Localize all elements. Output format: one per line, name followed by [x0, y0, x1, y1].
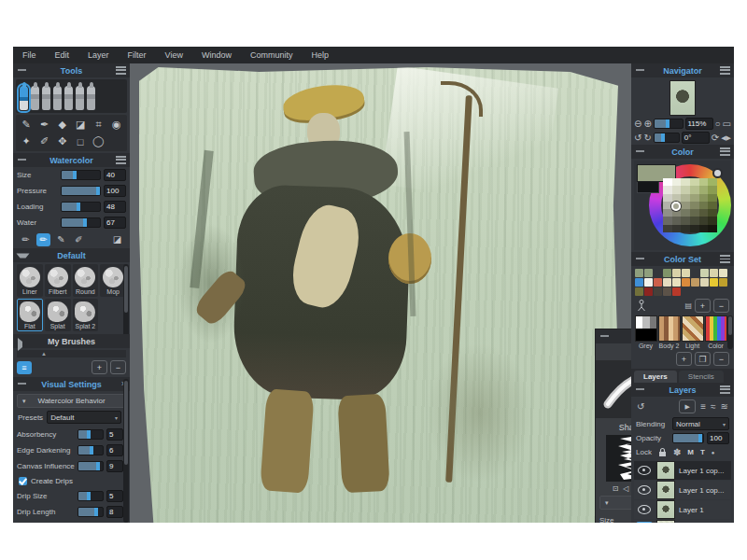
lock-paint-icon[interactable]: ✽ [673, 448, 681, 457]
crop-tool-icon[interactable]: ⌗ [90, 117, 106, 133]
fit-screen-icon[interactable]: ▭ [723, 119, 731, 129]
brush-tool-5[interactable] [64, 86, 73, 110]
color-swatch[interactable] [699, 217, 709, 224]
layer-opacity-slider[interactable] [672, 433, 704, 443]
visibility-toggle[interactable] [636, 522, 653, 523]
layer-opacity-value[interactable]: 100 [707, 432, 729, 444]
color-swatch[interactable] [690, 217, 699, 224]
presets-dropdown[interactable]: Default ▾ [47, 411, 121, 424]
fast-dry-icon[interactable]: ≡ [700, 402, 706, 412]
visibility-toggle[interactable] [636, 463, 653, 478]
reset-rotation-icon[interactable]: ⟳ [712, 133, 719, 143]
visibility-toggle[interactable] [636, 483, 653, 497]
color-swatch[interactable] [654, 287, 662, 296]
color-swatch[interactable] [681, 194, 690, 202]
watercolor-behavior-section[interactable]: ▾ Watercolor Behavior [17, 394, 126, 408]
paint-dry-mode-icon[interactable]: ✎ [54, 233, 68, 246]
swatch-row[interactable] [635, 287, 730, 296]
brush-filbert[interactable]: Filbert [45, 264, 71, 297]
size-value[interactable]: 40 [104, 169, 126, 181]
add-brush-button[interactable]: + [92, 360, 107, 374]
my-brushes-header[interactable]: My Brushes [13, 334, 130, 348]
dry-layer-icon[interactable]: ≈ [711, 402, 716, 412]
brush-splat[interactable]: Splat [45, 299, 71, 331]
remove-color-button[interactable]: − [713, 299, 729, 313]
color-swatch[interactable] [690, 209, 699, 217]
collapsed-caret-icon[interactable] [18, 338, 28, 351]
zoom-out-icon[interactable]: ⊖ [634, 119, 641, 129]
color-swatch[interactable] [644, 269, 653, 277]
menu-layer[interactable]: Layer [78, 50, 119, 60]
palette-body-2[interactable]: Body 2 [658, 315, 680, 349]
loading-slider[interactable] [61, 202, 101, 212]
palette-grey[interactable]: Grey [635, 315, 656, 349]
color-swatch[interactable] [708, 225, 717, 232]
add-palette-button[interactable]: + [676, 352, 692, 366]
brush-tool-7[interactable] [87, 86, 95, 110]
brush-splat-2[interactable]: Splat 2 [73, 299, 99, 331]
collapse-icon[interactable] [636, 69, 644, 71]
water-slider[interactable] [61, 217, 101, 228]
canvas-influence-slider[interactable] [78, 461, 104, 471]
remove-palette-button[interactable]: − [713, 352, 729, 366]
color-swatch[interactable] [663, 194, 672, 202]
collapse-icon[interactable] [600, 335, 609, 337]
color-swatch[interactable] [708, 178, 717, 186]
drip-length-value[interactable]: 8 [106, 506, 123, 518]
remove-brush-button[interactable]: − [110, 360, 126, 374]
brush-round[interactable]: Round [73, 264, 99, 297]
layer-row-3[interactable]: Layer 1 [634, 500, 731, 519]
paint-water-mode-icon[interactable]: ✏ [36, 233, 50, 246]
color-tree-icon[interactable] [636, 300, 647, 313]
magnifier-icon[interactable]: ○ [715, 119, 721, 129]
drip-size-value[interactable]: 5 [106, 490, 123, 502]
swatch-row[interactable] [635, 269, 730, 277]
color-swatch[interactable] [708, 209, 717, 217]
pencil-tool-icon[interactable]: ✎ [18, 117, 35, 133]
color-swatch[interactable] [690, 202, 699, 209]
eraser-tool-icon[interactable]: ◪ [72, 117, 89, 133]
section-caret-icon[interactable]: ▾ [605, 499, 609, 507]
blending-dropdown[interactable]: Normal ▾ [672, 417, 729, 430]
brush-tool-4[interactable] [53, 86, 62, 110]
color-swatch[interactable] [699, 178, 709, 186]
scroll-up-strip[interactable]: ▲ [17, 350, 126, 357]
absorbency-value[interactable]: 5 [106, 428, 123, 441]
color-swatch[interactable] [682, 269, 690, 277]
paint-mode-icon[interactable]: ✏ [19, 233, 33, 246]
visibility-toggle[interactable] [636, 502, 653, 517]
menu-community[interactable]: Community [241, 50, 303, 60]
rotate-cw-icon[interactable]: ↻ [643, 133, 651, 143]
lock-mask-icon[interactable]: M [687, 448, 694, 456]
list-view-button[interactable]: ≡ [17, 361, 32, 374]
absorbency-slider[interactable] [78, 429, 104, 440]
color-swatch[interactable] [699, 202, 709, 209]
size-slider[interactable] [61, 170, 101, 180]
color-swatch[interactable] [663, 186, 672, 193]
rotation-value[interactable]: 0° [682, 132, 710, 144]
erase-mode-icon[interactable]: ◪ [110, 233, 124, 246]
brush-flat[interactable]: Flat [17, 299, 43, 331]
color-swatch[interactable] [644, 287, 653, 296]
pressure-section[interactable]: ▾ Pressure [599, 496, 631, 510]
blend-mode-icon[interactable]: ✐ [72, 233, 86, 246]
water-value[interactable]: 67 [104, 217, 126, 229]
collapse-icon[interactable] [636, 150, 644, 152]
pressure-value[interactable]: 100 [104, 185, 126, 197]
color-swatch[interactable] [663, 209, 672, 217]
brush-tool-2[interactable] [31, 86, 39, 110]
stamp-tool-icon[interactable]: ✦ [18, 133, 35, 149]
panel-menu-icon[interactable] [116, 156, 126, 164]
color-swatch[interactable] [708, 194, 717, 202]
color-swatch[interactable] [699, 225, 709, 232]
duplicate-palette-button[interactable]: ❐ [695, 352, 711, 366]
shape-save-icon[interactable]: ⊡ [613, 484, 619, 493]
clone-tool-icon[interactable]: ◉ [108, 117, 125, 133]
canvas-influence-value[interactable]: 9 [106, 460, 123, 472]
layer-row-1[interactable]: Layer 1 cop... [634, 461, 731, 480]
play-icon[interactable]: ▶ [679, 399, 696, 413]
menu-filter[interactable]: Filter [119, 50, 156, 60]
canvas-area[interactable]: Tilt Brush Creator Flat Shape [130, 63, 631, 523]
palette-scrollbar[interactable] [727, 315, 733, 349]
color-swatch[interactable] [672, 194, 682, 202]
